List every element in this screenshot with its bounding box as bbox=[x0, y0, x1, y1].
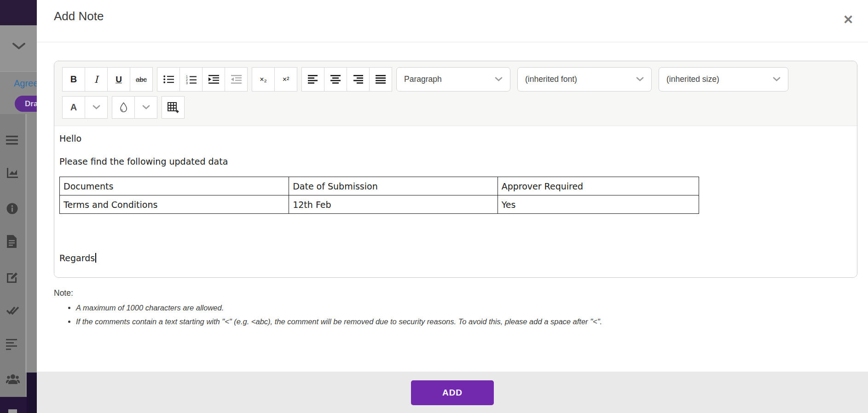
note-label: Note: bbox=[54, 288, 857, 298]
users-icon bbox=[6, 373, 19, 386]
italic-button[interactable]: I bbox=[85, 67, 108, 92]
bullet-list-button[interactable] bbox=[157, 67, 180, 92]
forecolor-group: A bbox=[62, 96, 108, 119]
editor-closing-text: Regards bbox=[59, 253, 95, 263]
editor-content-area[interactable]: Hello Please find the following updated … bbox=[54, 126, 857, 277]
table-group bbox=[162, 96, 185, 119]
double-check-icon bbox=[6, 305, 19, 318]
svg-text:3: 3 bbox=[186, 81, 188, 84]
add-note-modal: Add Note ✕ B I U abc bbox=[37, 0, 868, 413]
app-top-bar bbox=[0, 0, 37, 25]
collapse-chevron-down-icon bbox=[12, 42, 26, 52]
app-sidebar bbox=[0, 114, 25, 397]
rich-text-editor: B I U abc 123 bbox=[54, 61, 857, 278]
insert-table-icon[interactable] bbox=[162, 96, 185, 119]
modal-title: Add Note bbox=[54, 9, 854, 23]
background-color-chevron-icon[interactable] bbox=[134, 96, 157, 119]
text-color-button[interactable]: A bbox=[62, 96, 85, 119]
table-cell[interactable]: Yes bbox=[498, 195, 699, 214]
format-group: B I U abc bbox=[62, 67, 153, 92]
font-size-value: (inherited size) bbox=[666, 75, 773, 84]
note-item: If the comments contain a text starting … bbox=[76, 317, 857, 327]
table-header-cell[interactable]: Date of Submission bbox=[289, 177, 498, 195]
note-item: A maximum of 1000 characters are allowed… bbox=[76, 303, 857, 313]
superscript-button[interactable]: ×² bbox=[274, 67, 297, 92]
svg-text:1: 1 bbox=[186, 75, 188, 78]
subscript-button[interactable]: ×₂ bbox=[252, 67, 275, 92]
text-caret bbox=[95, 253, 96, 263]
editor-toolbar: B I U abc 123 bbox=[54, 61, 857, 126]
document-icon bbox=[6, 235, 19, 248]
table-row: Terms and Conditions 12th Feb Yes bbox=[60, 195, 699, 214]
text-lines-icon bbox=[6, 339, 19, 352]
editor-paragraph: Please find the following updated data bbox=[59, 155, 852, 167]
align-center-button[interactable] bbox=[324, 67, 347, 92]
font-size-select[interactable]: (inherited size) bbox=[659, 67, 788, 92]
editor-table: Documents Date of Submission Approver Re… bbox=[59, 177, 699, 214]
background-chip bbox=[8, 409, 17, 413]
align-right-button[interactable] bbox=[347, 67, 370, 92]
background-page-overlay: Agreeme Dra bbox=[0, 0, 37, 413]
chart-icon bbox=[6, 167, 19, 180]
chevron-down-icon bbox=[773, 75, 781, 84]
screen: Agreeme Dra bbox=[0, 0, 868, 413]
modal-footer: ADD bbox=[37, 372, 868, 413]
list-group: 123 bbox=[157, 67, 248, 92]
indent-button[interactable] bbox=[202, 67, 225, 92]
table-cell[interactable]: 12th Feb bbox=[289, 195, 498, 214]
align-left-button[interactable] bbox=[301, 67, 324, 92]
modal-header: Add Note ✕ bbox=[37, 0, 868, 42]
status-badge: Dra bbox=[15, 96, 37, 112]
close-icon[interactable]: ✕ bbox=[840, 12, 856, 28]
divider bbox=[0, 71, 37, 72]
font-family-select[interactable]: (inherited font) bbox=[517, 67, 652, 92]
table-header-cell[interactable]: Documents bbox=[60, 177, 289, 195]
chevron-down-icon bbox=[495, 75, 503, 84]
table-header-cell[interactable]: Approver Required bbox=[498, 177, 699, 195]
sidebar-edge bbox=[25, 114, 27, 373]
strikethrough-button[interactable]: abc bbox=[130, 67, 153, 92]
table-header-row: Documents Date of Submission Approver Re… bbox=[60, 177, 699, 195]
agreement-link: Agreeme bbox=[14, 78, 37, 89]
justify-button[interactable] bbox=[369, 67, 392, 92]
menu-hamburger-icon bbox=[6, 135, 19, 148]
underline-button[interactable]: U bbox=[107, 67, 130, 92]
editor-paragraph: Hello bbox=[59, 132, 852, 144]
add-button[interactable]: ADD bbox=[411, 380, 494, 405]
modal-body: B I U abc 123 bbox=[37, 42, 868, 327]
background-dark-column bbox=[27, 373, 37, 413]
editor-paragraph: Regards bbox=[59, 252, 852, 264]
table-cell[interactable]: Terms and Conditions bbox=[60, 195, 289, 214]
text-color-chevron-icon[interactable] bbox=[85, 96, 108, 119]
info-icon bbox=[6, 202, 19, 215]
note-section: Note: A maximum of 1000 characters are a… bbox=[54, 288, 857, 327]
numbered-list-button[interactable]: 123 bbox=[179, 67, 203, 92]
align-group bbox=[301, 67, 392, 92]
bold-button[interactable]: B bbox=[62, 67, 85, 92]
svg-text:2: 2 bbox=[186, 78, 188, 81]
paragraph-style-select[interactable]: Paragraph bbox=[396, 67, 510, 92]
paragraph-style-value: Paragraph bbox=[404, 75, 495, 84]
background-color-droplet-icon[interactable] bbox=[112, 96, 135, 119]
script-group: ×₂ ×² bbox=[252, 67, 297, 92]
note-list: A maximum of 1000 characters are allowed… bbox=[76, 303, 857, 327]
chevron-down-icon bbox=[636, 75, 644, 84]
edit-icon bbox=[6, 271, 19, 284]
backcolor-group bbox=[112, 96, 157, 119]
outdent-button[interactable] bbox=[225, 67, 248, 92]
font-family-value: (inherited font) bbox=[525, 75, 636, 84]
